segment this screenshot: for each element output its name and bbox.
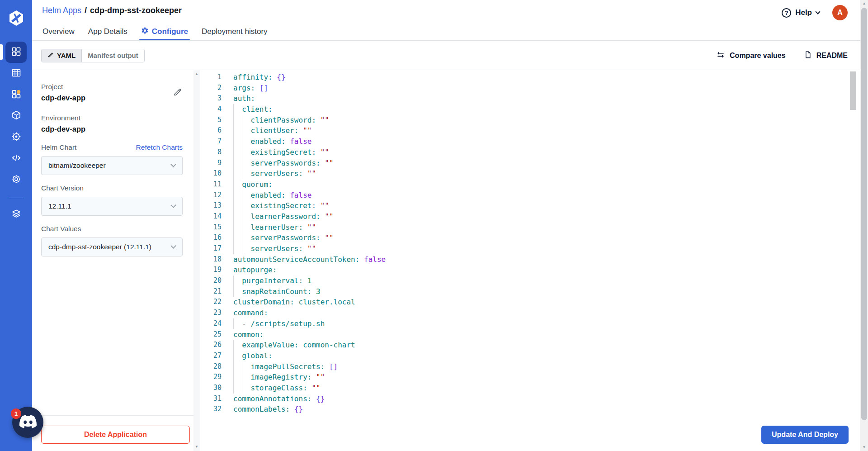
rail-item-stack-manager[interactable] — [5, 204, 27, 225]
devtron-logo[interactable] — [7, 9, 25, 29]
chart-version-select[interactable]: 12.11.1 — [41, 197, 183, 216]
code-line[interactable]: 12enabled: false — [200, 190, 860, 201]
rail-item-security[interactable] — [5, 127, 27, 148]
tab-overview[interactable]: Overview — [42, 23, 75, 40]
code-line[interactable]: 13existingSecret: "" — [200, 200, 860, 211]
discord-chat-button[interactable]: 1 — [12, 407, 43, 438]
refetch-charts-link[interactable]: Refetch Charts — [136, 143, 183, 152]
apps-grid-icon — [11, 46, 22, 59]
code-line[interactable]: 10serverUsers: "" — [200, 168, 860, 179]
code-line[interactable]: 23command: — [200, 308, 860, 318]
manifest-output-toggle-button[interactable]: Manifest output — [81, 49, 144, 62]
code-line[interactable]: 22clusterDomain: cluster.local — [200, 297, 860, 308]
help-menu[interactable]: ? Help — [782, 8, 820, 18]
code-line[interactable]: 8existingSecret: "" — [200, 147, 860, 158]
code-line[interactable]: 4client: — [200, 104, 860, 115]
code-line[interactable]: 6clientUser: "" — [200, 125, 860, 136]
panel-footer: Delete Application — [32, 415, 193, 451]
yaml-toggle-button[interactable]: YAML — [42, 49, 81, 62]
code-line[interactable]: 2args: [] — [200, 83, 860, 94]
line-content: affinity: {} — [233, 72, 286, 83]
avatar[interactable]: A — [832, 5, 848, 20]
rail-item-code[interactable] — [5, 148, 27, 169]
rail-item-global-config[interactable] — [5, 169, 27, 190]
tab-configure[interactable]: Configure — [141, 23, 188, 40]
code-line[interactable]: 18automountServiceAccountToken: false — [200, 254, 860, 265]
code-line[interactable]: 30storageClass: "" — [200, 383, 860, 394]
code-line[interactable]: 28imagePullSecrets: [] — [200, 361, 860, 372]
line-content: imageRegistry: "" — [233, 372, 325, 383]
code-line[interactable]: 11quorum: — [200, 179, 860, 190]
compare-values-button[interactable]: Compare values — [716, 50, 786, 61]
code-line[interactable]: 25common: — [200, 329, 860, 340]
code-line[interactable]: 20purgeInterval: 1 — [200, 275, 860, 286]
chart-values-label: Chart Values — [41, 225, 183, 233]
line-content: clientUser: "" — [233, 125, 311, 136]
scroll-up-arrow-icon[interactable]: ▲ — [860, 2, 868, 5]
indent-guide — [242, 233, 250, 243]
code-line[interactable]: 5clientPassword: "" — [200, 115, 860, 126]
editor-scrollbar-thumb[interactable] — [850, 71, 856, 110]
line-number: 31 — [200, 394, 222, 404]
code-line[interactable]: 32commonLabels: {} — [200, 404, 860, 415]
yaml-manifest-toggle: YAML Manifest output — [41, 49, 145, 62]
delete-application-button[interactable]: Delete Application — [41, 426, 190, 444]
chart-values-select[interactable]: cdp-dmp-sst-zookeeper (12.11.1) — [41, 237, 183, 256]
code-line[interactable]: 9serverPasswords: "" — [200, 158, 860, 169]
code-line[interactable]: 3auth: — [200, 93, 860, 104]
edit-pencil-icon[interactable] — [173, 87, 183, 99]
code-line[interactable]: 27global: — [200, 351, 860, 361]
code-line[interactable]: 16serverPasswords: "" — [200, 233, 860, 243]
rail-item-applications[interactable] — [5, 42, 27, 63]
security-wheel-icon — [11, 131, 22, 144]
scroll-up-arrow-icon[interactable]: ▲ — [195, 72, 198, 76]
chart-version-label: Chart Version — [41, 184, 183, 192]
breadcrumb-separator: / — [85, 6, 87, 15]
indent-guide — [242, 200, 250, 211]
code-line[interactable]: 21snapRetainCount: 3 — [200, 286, 860, 297]
helm-chart-field: Helm Chart Refetch Charts bitnami/zookee… — [41, 143, 183, 175]
page-scrollbar-thumb[interactable] — [861, 8, 867, 420]
breadcrumb-parent-link[interactable]: Helm Apps — [42, 6, 81, 15]
update-and-deploy-button[interactable]: Update And Deploy — [761, 426, 849, 444]
rail-item-chart-store[interactable] — [5, 84, 27, 105]
indent-guide — [242, 168, 250, 179]
code-line[interactable]: 1affinity: {} — [200, 72, 860, 83]
indent-guide — [242, 361, 250, 372]
environment-field: Environment cdp-dev-app — [41, 114, 183, 133]
line-content: commonAnnotations: {} — [233, 394, 325, 404]
code-line[interactable]: 29imageRegistry: "" — [200, 372, 860, 383]
chevron-down-icon — [170, 243, 176, 249]
code-line[interactable]: 19autopurge: — [200, 265, 860, 275]
helm-chart-select[interactable]: bitnami/zookeeper — [41, 156, 183, 175]
scroll-down-arrow-icon[interactable]: ▼ — [860, 446, 868, 449]
rail-divider — [9, 198, 24, 198]
panel-scrollbar[interactable]: ▲ ▼ — [193, 70, 200, 451]
rail-item-jobs[interactable] — [5, 63, 27, 84]
indent-guide — [233, 211, 242, 222]
readme-button[interactable]: README — [804, 50, 848, 61]
scroll-down-arrow-icon[interactable]: ▼ — [195, 445, 198, 449]
page-scrollbar[interactable]: ▲ ▼ — [860, 0, 868, 451]
rail-item-resource-browser[interactable] — [5, 105, 27, 127]
line-number: 27 — [200, 351, 222, 361]
line-content: serverPasswords: "" — [233, 233, 334, 243]
code-line[interactable]: 15learnerUser: "" — [200, 222, 860, 233]
tab-deployment-history[interactable]: Deployment history — [202, 23, 268, 40]
code-line[interactable]: 14learnerPassword: "" — [200, 211, 860, 222]
code-line[interactable]: 26exampleValue: common-chart — [200, 340, 860, 351]
line-content: clusterDomain: cluster.local — [233, 297, 355, 308]
line-content: learnerUser: "" — [233, 222, 316, 233]
line-content: autopurge: — [233, 265, 277, 275]
rail-items — [5, 42, 27, 225]
line-number: 19 — [200, 265, 222, 275]
tab-app-details[interactable]: App Details — [88, 23, 127, 40]
line-content: args: [] — [233, 83, 268, 94]
line-number: 10 — [200, 168, 222, 179]
chart-values-field: Chart Values cdp-dmp-sst-zookeeper (12.1… — [41, 225, 183, 256]
yaml-editor[interactable]: 1affinity: {}2args: []3auth:4client:5cli… — [200, 70, 860, 451]
code-line[interactable]: 31commonAnnotations: {} — [200, 394, 860, 404]
code-line[interactable]: 24- /scripts/setup.sh — [200, 318, 860, 329]
code-line[interactable]: 7enabled: false — [200, 136, 860, 147]
code-line[interactable]: 17serverUsers: "" — [200, 243, 860, 254]
